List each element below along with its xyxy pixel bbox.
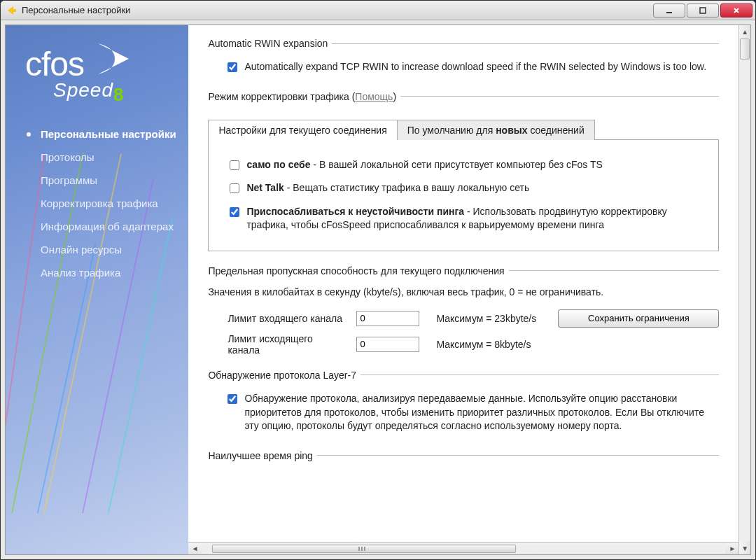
group-traffic-mode: Режим корректировки трафика (Помощь) Нас…: [208, 91, 719, 251]
limit-in-max: Максимум = 23kbyte/s: [436, 313, 548, 324]
app-icon: [6, 5, 18, 16]
svg-rect-1: [700, 8, 706, 13]
client-area: cfos Speed8 Персональные настройки Прото…: [5, 24, 751, 555]
limits-note: Значения в килобайтах в секунду (kbyte/s…: [208, 285, 719, 300]
group-best-ping-legend: Наилучшее время ping: [208, 450, 316, 461]
layer7-label: Обнаружение протокола, анализируя переда…: [244, 392, 719, 433]
opt-self-checkbox[interactable]: [230, 160, 239, 170]
hscroll-left-arrow[interactable]: ◄: [188, 543, 201, 554]
sidebar-nav: Персональные настройки Протоколы Програм…: [6, 122, 188, 284]
opt-self-label: само по себе - В вашей локальной сети пр…: [246, 158, 704, 172]
logo-arrow-icon: [95, 41, 136, 79]
rwin-checkbox[interactable]: [227, 62, 237, 72]
minimize-button[interactable]: [653, 4, 685, 18]
vscroll-up-arrow[interactable]: ▲: [739, 25, 750, 38]
group-layer7-legend: Обнаружение протокола Layer-7: [208, 370, 360, 381]
logo: cfos Speed8: [6, 34, 188, 106]
sidebar-item-online-resources[interactable]: Онлайн ресурсы: [6, 238, 188, 261]
group-traffic-mode-legend: Режим корректировки трафика (Помощь): [208, 91, 400, 102]
window-controls: [652, 4, 752, 18]
limits-grid: Лимит входящего канала Максимум = 23kbyt…: [227, 309, 719, 356]
limit-out-max: Максимум = 8kbyte/s: [436, 339, 548, 350]
opt-nettalk-checkbox[interactable]: [230, 183, 239, 193]
rwin-label: Automatically expand TCP RWIN to increas…: [244, 60, 719, 74]
vertical-scrollbar[interactable]: ▲ ▼: [738, 25, 750, 554]
logo-version: 8: [113, 84, 123, 106]
opt-nettalk-label: Net Talk - Вещать статистику трафика в в…: [246, 181, 704, 195]
sidebar-item-protocols[interactable]: Протоколы: [6, 146, 188, 169]
content-wrap: Automatic RWIN expansion Automatically e…: [188, 25, 738, 554]
logo-sub: Speed: [53, 79, 113, 101]
hscroll-right-arrow[interactable]: ►: [726, 543, 738, 554]
opt-ping-variance-label: Приспосабливаться к неустойчивости пинга…: [246, 205, 704, 232]
layer7-checkbox[interactable]: [227, 394, 237, 404]
sidebar-item-personal-settings[interactable]: Персональные настройки: [6, 122, 188, 146]
hscroll-thumb[interactable]: [212, 545, 516, 553]
horizontal-scrollbar[interactable]: ◄ ►: [188, 542, 738, 554]
tab-new-connections[interactable]: По умолчанию для новых соединений: [397, 120, 595, 140]
vscroll-down-arrow[interactable]: ▼: [739, 542, 750, 554]
window-title: Персональные настройки: [22, 5, 652, 15]
content-pane[interactable]: Automatic RWIN expansion Automatically e…: [188, 25, 738, 542]
limit-in-input[interactable]: [356, 311, 419, 326]
logo-brand: cfos: [25, 49, 84, 79]
sidebar-item-adapter-info[interactable]: Информация об адаптерах: [6, 215, 188, 238]
sidebar-item-programs[interactable]: Программы: [6, 169, 188, 192]
group-layer7: Обнаружение протокола Layer-7 Обнаружени…: [208, 370, 719, 436]
app-window: Персональные настройки cfos: [0, 0, 756, 560]
group-bandwidth-limits: Предельная пропускная способность для те…: [208, 265, 719, 356]
tab-panel-current: само по себе - В вашей локальной сети пр…: [208, 139, 719, 251]
group-rwin-legend: Automatic RWIN expansion: [208, 38, 332, 49]
opt-ping-variance-checkbox[interactable]: [230, 207, 239, 217]
vscroll-track[interactable]: [739, 38, 750, 542]
limit-out-label: Лимит исходящего канала: [227, 333, 346, 356]
group-rwin: Automatic RWIN expansion Automatically e…: [208, 38, 719, 77]
tab-current-connection[interactable]: Настройки для текущего соединения: [208, 120, 397, 140]
sidebar: cfos Speed8 Персональные настройки Прото…: [6, 25, 188, 554]
traffic-mode-help-link[interactable]: Помощь: [355, 91, 393, 102]
sidebar-item-traffic-shaping[interactable]: Корректировка трафика: [6, 192, 188, 215]
group-bandwidth-limits-legend: Предельная пропускная способность для те…: [208, 265, 508, 276]
maximize-button[interactable]: [687, 4, 719, 18]
group-best-ping: Наилучшее время ping: [208, 450, 719, 470]
svg-rect-0: [666, 12, 672, 13]
save-limits-button[interactable]: Сохранить ограничения: [558, 309, 719, 328]
sidebar-item-traffic-analysis[interactable]: Анализ трафика: [6, 261, 188, 284]
limit-out-input[interactable]: [356, 337, 419, 352]
limit-in-label: Лимит входящего канала: [227, 313, 346, 324]
close-button[interactable]: [720, 4, 752, 18]
traffic-mode-tabs: Настройки для текущего соединения По умо…: [208, 119, 719, 139]
hscroll-track[interactable]: [202, 544, 725, 554]
titlebar[interactable]: Персональные настройки: [1, 1, 755, 20]
vscroll-thumb[interactable]: [740, 38, 750, 59]
